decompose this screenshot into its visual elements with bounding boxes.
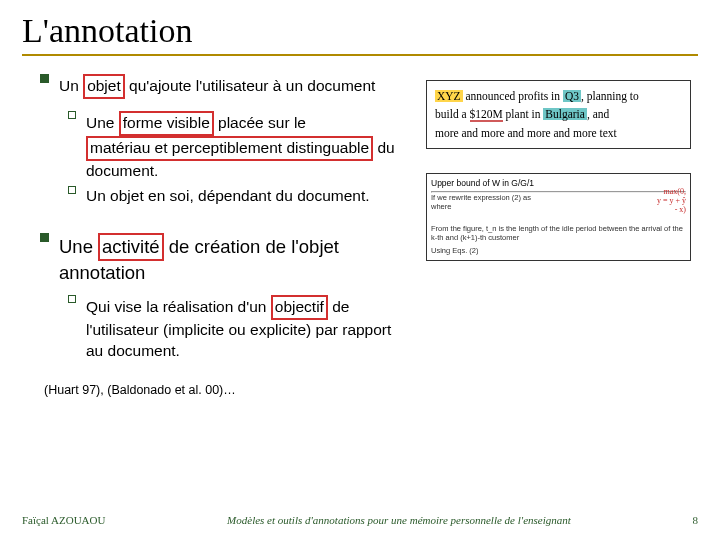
fig2-line: If we rewrite expression (2) as	[431, 193, 686, 202]
text: plant in	[503, 108, 544, 120]
bullet-1-sub-1: Une forme visible placée sur le matériau…	[68, 111, 412, 182]
fig1-line1: XYZ announced profits in Q3, planning to	[435, 87, 682, 105]
text: Une	[86, 114, 119, 131]
sub-text: Un objet en soi, dépendant du document.	[86, 186, 412, 207]
bullet-2: Une activité de création de l'objet anno…	[40, 233, 412, 285]
square-bullet-icon	[40, 74, 49, 83]
highlight-box: activité	[98, 233, 164, 261]
sub-text: Une forme visible placée sur le matériau…	[86, 111, 412, 182]
red-underline: $120M	[470, 108, 503, 122]
text-column: Un objet qu'ajoute l'utilisateur à un do…	[22, 74, 412, 397]
handwritten-annotation: max(0, y = y + ŷ - x)	[657, 188, 686, 214]
hollow-bullet-icon	[68, 295, 76, 303]
fig2-line: Using Eqs. (2)	[431, 246, 686, 255]
text: Une	[59, 236, 98, 257]
figure-1: XYZ announced profits in Q3, planning to…	[426, 80, 691, 149]
hollow-bullet-icon	[68, 111, 76, 119]
yellow-highlight: XYZ	[435, 90, 463, 102]
text: , and	[587, 108, 609, 120]
text: qu'ajoute l'utilisateur à un document	[125, 77, 376, 94]
footer-author: Faïçal AZOUAOU	[22, 514, 105, 526]
text: , planning to	[581, 90, 639, 102]
references: (Huart 97), (Baldonado et al. 00)…	[44, 383, 412, 397]
slide: L'annotation Un objet qu'ajoute l'utilis…	[0, 0, 720, 540]
fig2-caption: Upper bound of W in G/G/1	[431, 178, 686, 189]
hollow-bullet-icon	[68, 186, 76, 194]
square-bullet-icon	[40, 233, 49, 242]
bullet-1-text: Un objet qu'ajoute l'utilisateur à un do…	[59, 74, 412, 99]
figure-2: Upper bound of W in G/G/1 If we rewrite …	[426, 173, 691, 261]
footer: Faïçal AZOUAOU Modèles et outils d'annot…	[22, 514, 698, 526]
text: Un	[59, 77, 83, 94]
fig2-line: where	[431, 202, 686, 211]
bullet-1-sub-2: Un objet en soi, dépendant du document.	[68, 186, 412, 207]
teal-highlight: Q3	[563, 90, 581, 102]
bullet-2-sub-1: Qui vise la réalisation d'un objectif de…	[68, 295, 412, 362]
highlight-box: forme visible	[119, 111, 214, 136]
text: build a	[435, 108, 470, 120]
title-underline	[22, 54, 698, 56]
bullet-2-text: Une activité de création de l'objet anno…	[59, 233, 412, 285]
footer-title: Modèles et outils d'annotations pour une…	[105, 514, 692, 526]
highlight-box: matériau et perceptiblement distinguable	[86, 136, 373, 161]
sub-text: Qui vise la réalisation d'un objectif de…	[86, 295, 412, 362]
fig1-line2: build a $120M plant in Bulgaria, and	[435, 105, 682, 123]
fig1-line3: more and more and more and more text	[435, 124, 682, 142]
figure-column: XYZ announced profits in Q3, planning to…	[426, 74, 691, 397]
highlight-box: objectif	[271, 295, 328, 320]
text: announced profits in	[463, 90, 563, 102]
text: Qui vise la réalisation d'un	[86, 298, 271, 315]
text: placée sur le	[214, 114, 306, 131]
slide-title: L'annotation	[22, 12, 698, 50]
highlight-box: objet	[83, 74, 125, 99]
content-row: Un objet qu'ajoute l'utilisateur à un do…	[22, 74, 698, 397]
scribble-text: - x)	[657, 206, 686, 215]
fig2-line: From the figure, t_n is the length of th…	[431, 224, 686, 243]
teal-highlight: Bulgaria	[543, 108, 587, 120]
page-number: 8	[693, 514, 699, 526]
bullet-1: Un objet qu'ajoute l'utilisateur à un do…	[40, 74, 412, 99]
